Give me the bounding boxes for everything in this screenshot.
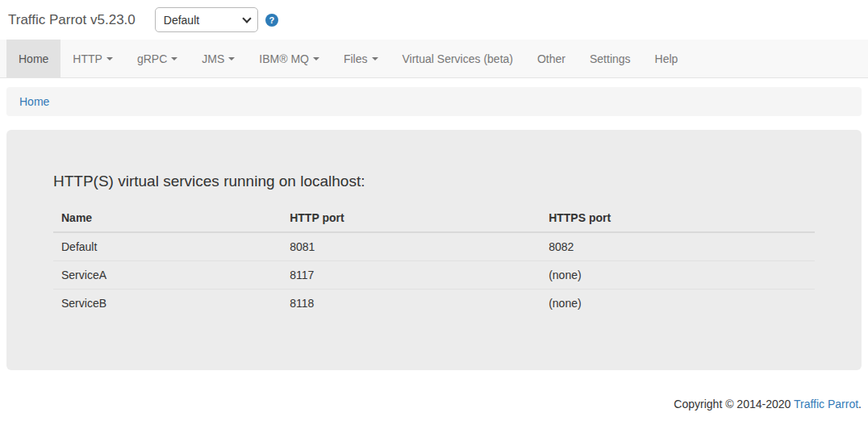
nav-item-label: IBM® MQ xyxy=(259,52,309,65)
caret-down-icon xyxy=(372,57,378,60)
table-row: ServiceA 8117 (none) xyxy=(53,261,815,290)
footer: Copyright © 2014-2020 Traffic Parrot. xyxy=(6,398,862,410)
caret-down-icon xyxy=(171,57,177,60)
nav-item-label: Help xyxy=(655,52,678,65)
table-header-row: Name HTTP port HTTPS port xyxy=(53,204,815,232)
cell-http-port: 8117 xyxy=(282,261,540,290)
services-table: Name HTTP port HTTPS port Default 8081 8… xyxy=(53,204,815,317)
nav-item-files[interactable]: Files xyxy=(332,40,390,77)
nav-item-label: Other xyxy=(537,52,565,65)
column-header-http-port: HTTP port xyxy=(282,204,540,232)
nav-item-label: gRPC xyxy=(137,52,167,65)
caret-down-icon xyxy=(106,57,113,60)
nav-item-http[interactable]: HTTP xyxy=(61,40,125,77)
column-header-https-port: HTTPS port xyxy=(540,204,815,232)
cell-https-port: 8082 xyxy=(540,232,815,261)
main-navbar: Home HTTP gRPC JMS IBM® MQ Files Virtual… xyxy=(0,40,868,78)
instance-select-wrapper: Default xyxy=(155,7,258,32)
caret-down-icon xyxy=(228,57,235,60)
copyright-text: Copyright © 2014-2020 xyxy=(674,398,794,410)
copyright-suffix: . xyxy=(858,398,862,410)
traffic-parrot-link[interactable]: Traffic Parrot xyxy=(794,398,858,410)
cell-http-port: 8118 xyxy=(282,290,540,318)
cell-http-port: 8081 xyxy=(282,232,540,261)
nav-item-settings[interactable]: Settings xyxy=(578,40,643,77)
nav-item-grpc[interactable]: gRPC xyxy=(125,40,190,77)
cell-service-name: ServiceB xyxy=(53,290,282,318)
table-row: Default 8081 8082 xyxy=(53,232,815,261)
breadcrumb: Home xyxy=(6,87,862,116)
cell-service-name: ServiceA xyxy=(53,261,282,290)
table-row: ServiceB 8118 (none) xyxy=(53,290,815,318)
nav-item-ibm-mq[interactable]: IBM® MQ xyxy=(247,40,332,77)
cell-https-port: (none) xyxy=(540,290,815,318)
nav-item-label: Home xyxy=(19,52,48,65)
page-title: HTTP(S) virtual services running on loca… xyxy=(53,173,815,190)
nav-item-other[interactable]: Other xyxy=(525,40,578,77)
nav-item-jms[interactable]: JMS xyxy=(190,40,247,77)
breadcrumb-home-link[interactable]: Home xyxy=(19,95,49,108)
nav-item-help[interactable]: Help xyxy=(643,40,691,77)
nav-item-label: Settings xyxy=(590,52,631,65)
nav-item-label: Files xyxy=(344,52,368,65)
caret-down-icon xyxy=(313,57,319,60)
services-panel: HTTP(S) virtual services running on loca… xyxy=(6,130,862,370)
cell-https-port: (none) xyxy=(540,261,815,290)
nav-item-home[interactable]: Home xyxy=(6,40,61,77)
column-header-name: Name xyxy=(53,204,282,232)
nav-item-virtual-services-beta[interactable]: Virtual Services (beta) xyxy=(390,40,525,77)
app-title: Traffic Parrot v5.23.0 xyxy=(8,12,136,28)
nav-item-label: Virtual Services (beta) xyxy=(403,52,513,65)
nav-item-label: JMS xyxy=(202,52,224,65)
help-icon[interactable]: ? xyxy=(265,14,278,27)
cell-service-name: Default xyxy=(53,232,282,261)
instance-select[interactable]: Default xyxy=(155,7,258,32)
nav-item-label: HTTP xyxy=(73,52,102,65)
top-header: Traffic Parrot v5.23.0 Default ? xyxy=(0,0,868,40)
